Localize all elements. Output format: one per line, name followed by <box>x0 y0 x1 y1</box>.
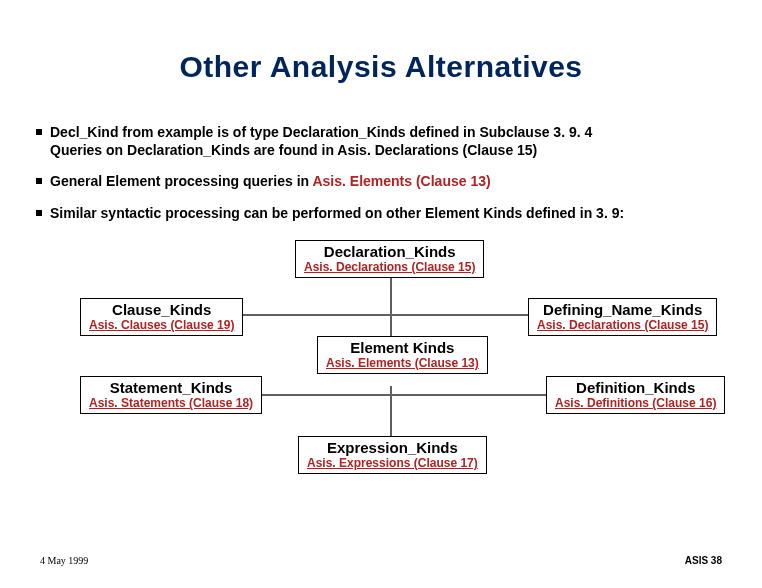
node-subtitle: Asis. Statements (Clause 18) <box>89 396 253 410</box>
node-declaration-kinds: Declaration_Kinds Asis. Declarations (Cl… <box>295 240 484 278</box>
bullet-dot-icon <box>36 178 42 184</box>
slide-title: Other Analysis Alternatives <box>0 50 762 84</box>
diagram: Declaration_Kinds Asis. Declarations (Cl… <box>0 236 762 496</box>
node-defining-name-kinds: Defining_Name_Kinds Asis. Declarations (… <box>528 298 717 336</box>
node-subtitle: Asis. Elements (Clause 13) <box>326 356 479 370</box>
node-statement-kinds: Statement_Kinds Asis. Statements (Clause… <box>80 376 262 414</box>
bullet-text: Similar syntactic processing can be perf… <box>50 205 624 223</box>
node-element-kinds: Element Kinds Asis. Elements (Clause 13) <box>317 336 488 374</box>
footer-date: 4 May 1999 <box>40 555 88 566</box>
node-subtitle: Asis. Declarations (Clause 15) <box>304 260 475 274</box>
bullet-item: Decl_Kind from example is of type Declar… <box>36 124 762 159</box>
node-title: Element Kinds <box>326 339 479 356</box>
bullet-dot-icon <box>36 129 42 135</box>
bullet-item: Similar syntactic processing can be perf… <box>36 205 762 223</box>
bullet-list: Decl_Kind from example is of type Declar… <box>36 124 762 222</box>
bullet-prefix: General Element processing queries in <box>50 173 312 189</box>
node-subtitle: Asis. Declarations (Clause 15) <box>537 318 708 332</box>
bullet-dot-icon <box>36 210 42 216</box>
node-definition-kinds: Definition_Kinds Asis. Definitions (Clau… <box>546 376 725 414</box>
bullet-text: General Element processing queries in As… <box>50 173 491 191</box>
node-title: Statement_Kinds <box>89 379 253 396</box>
bullet-asis: Asis. Elements (Clause 13) <box>312 173 490 189</box>
bullet-text: Decl_Kind from example is of type Declar… <box>50 124 592 159</box>
node-title: Definition_Kinds <box>555 379 716 396</box>
footer-page: ASIS 38 <box>685 555 722 566</box>
node-title: Declaration_Kinds <box>304 243 475 260</box>
node-expression-kinds: Expression_Kinds Asis. Expressions (Clau… <box>298 436 487 474</box>
node-subtitle: Asis. Definitions (Clause 16) <box>555 396 716 410</box>
node-subtitle: Asis. Clauses (Clause 19) <box>89 318 234 332</box>
node-title: Expression_Kinds <box>307 439 478 456</box>
node-clause-kinds: Clause_Kinds Asis. Clauses (Clause 19) <box>80 298 243 336</box>
node-title: Clause_Kinds <box>89 301 234 318</box>
node-subtitle: Asis. Expressions (Clause 17) <box>307 456 478 470</box>
node-title: Defining_Name_Kinds <box>537 301 708 318</box>
bullet-item: General Element processing queries in As… <box>36 173 762 191</box>
